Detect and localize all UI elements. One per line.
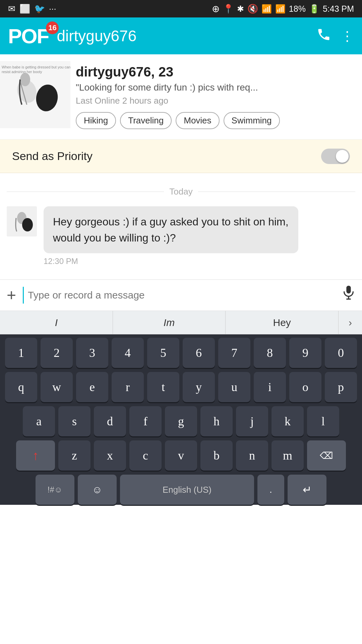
key-e[interactable]: e bbox=[76, 372, 108, 402]
key-m[interactable]: m bbox=[272, 440, 304, 471]
overflow-icon: ··· bbox=[49, 4, 56, 14]
key-0[interactable]: 0 bbox=[325, 338, 357, 368]
message-text: Hey gorgeous :) if a guy asked you to sh… bbox=[53, 216, 289, 244]
autocomplete-hey[interactable]: Hey bbox=[226, 311, 339, 334]
autocomplete-more-button[interactable]: › bbox=[339, 317, 362, 328]
key-a[interactable]: a bbox=[23, 406, 55, 436]
key-2[interactable]: 2 bbox=[41, 338, 73, 368]
add-attachment-button[interactable]: + bbox=[7, 287, 16, 303]
microphone-button[interactable] bbox=[342, 285, 355, 305]
enter-key[interactable]: ↵ bbox=[288, 475, 326, 505]
key-p[interactable]: p bbox=[325, 372, 357, 402]
chat-area: Today Hey gorgeous :) if a guy asked you… bbox=[0, 173, 362, 279]
emoji-key[interactable]: ☺ bbox=[78, 475, 117, 505]
battery-icon: 🔋 bbox=[309, 4, 319, 14]
key-6[interactable]: 6 bbox=[183, 338, 215, 368]
key-u[interactable]: u bbox=[218, 372, 250, 402]
mute-icon: 🔇 bbox=[247, 4, 258, 14]
key-7[interactable]: 7 bbox=[218, 338, 250, 368]
key-4[interactable]: 4 bbox=[112, 338, 144, 368]
message-bubble: Hey gorgeous :) if a guy asked you to sh… bbox=[44, 206, 298, 253]
profile-tags: Hiking Traveling Movies Swimming bbox=[76, 112, 350, 129]
key-s[interactable]: s bbox=[58, 406, 90, 436]
keyboard-row-qwerty: q w e r t y u i o p bbox=[3, 372, 359, 402]
battery-percent: 18% bbox=[289, 4, 306, 14]
key-b[interactable]: b bbox=[200, 440, 233, 471]
key-3[interactable]: 3 bbox=[76, 338, 108, 368]
status-bar: ✉ ⬜ 🐦 ··· ⊕ 📍 ✱ 🔇 📶 📶 18% 🔋 5:43 PM bbox=[0, 0, 362, 17]
key-i[interactable]: i bbox=[254, 372, 286, 402]
key-z[interactable]: z bbox=[58, 440, 90, 471]
header-icons: ⋮ bbox=[316, 27, 354, 45]
twitter-icon: 🐦 bbox=[34, 4, 45, 14]
keyboard-row-bottom: !#☺ ☺ English (US) . ↵ bbox=[3, 475, 359, 505]
svg-text:When babe is getting dressed b: When babe is getting dressed but you can… bbox=[2, 65, 70, 69]
shift-key[interactable]: ↑ bbox=[16, 440, 55, 471]
key-1[interactable]: 1 bbox=[5, 338, 37, 368]
key-n[interactable]: n bbox=[236, 440, 268, 471]
profile-online: Last Online 2 hours ago bbox=[76, 96, 350, 106]
key-l[interactable]: l bbox=[307, 406, 339, 436]
svg-text:resist admiring her booty: resist admiring her booty bbox=[2, 70, 42, 74]
input-bar: + bbox=[0, 279, 362, 311]
app-header: POF 16 dirtyguy676 ⋮ bbox=[0, 17, 362, 54]
header-left: POF 16 dirtyguy676 bbox=[8, 24, 136, 48]
status-right-icons: ⊕ 📍 ✱ 🔇 📶 📶 18% 🔋 5:43 PM bbox=[212, 3, 354, 14]
profile-name: dirtyguy676, 23 bbox=[76, 64, 350, 79]
message-input[interactable] bbox=[23, 287, 335, 304]
key-8[interactable]: 8 bbox=[254, 338, 286, 368]
delete-key[interactable]: ⌫ bbox=[307, 440, 346, 471]
key-k[interactable]: k bbox=[272, 406, 304, 436]
call-button[interactable] bbox=[316, 27, 331, 45]
mail-icon: ✉ bbox=[8, 4, 15, 14]
key-o[interactable]: o bbox=[289, 372, 321, 402]
date-line-left bbox=[7, 192, 164, 192]
priority-bar: Send as Priority bbox=[0, 140, 362, 173]
message-content: Hey gorgeous :) if a guy asked you to sh… bbox=[44, 206, 298, 266]
key-g[interactable]: g bbox=[165, 406, 197, 436]
priority-label: Send as Priority bbox=[12, 150, 93, 163]
profile-bio: "Looking for some dirty fun :) pics with… bbox=[76, 82, 350, 93]
profile-card: When babe is getting dressed but you can… bbox=[0, 54, 362, 140]
keyboard-row-numbers: 1 2 3 4 5 6 7 8 9 0 bbox=[3, 338, 359, 368]
bluetooth-icon: ✱ bbox=[237, 4, 244, 14]
autocomplete-i[interactable]: I bbox=[0, 311, 113, 334]
key-5[interactable]: 5 bbox=[147, 338, 179, 368]
clock: 5:43 PM bbox=[323, 4, 354, 14]
header-username: dirtyguy676 bbox=[57, 27, 136, 45]
keyboard-row-asdf: a s d f g h j k l bbox=[3, 406, 359, 436]
key-f[interactable]: f bbox=[129, 406, 162, 436]
key-q[interactable]: q bbox=[5, 372, 37, 402]
tag-swimming[interactable]: Swimming bbox=[224, 112, 280, 129]
tag-hiking[interactable]: Hiking bbox=[76, 112, 116, 129]
notification-badge: 16 bbox=[46, 21, 59, 34]
key-9[interactable]: 9 bbox=[289, 338, 321, 368]
date-text: Today bbox=[169, 186, 192, 197]
outlook-icon: ⬜ bbox=[19, 4, 30, 14]
key-c[interactable]: c bbox=[129, 440, 162, 471]
tag-movies[interactable]: Movies bbox=[176, 112, 219, 129]
key-d[interactable]: d bbox=[94, 406, 126, 436]
key-x[interactable]: x bbox=[94, 440, 126, 471]
key-w[interactable]: w bbox=[41, 372, 73, 402]
signal-icon: 📶 bbox=[275, 4, 286, 14]
tag-traveling[interactable]: Traveling bbox=[120, 112, 172, 129]
priority-toggle[interactable] bbox=[321, 149, 350, 164]
svg-point-6 bbox=[20, 73, 30, 86]
more-options-button[interactable]: ⋮ bbox=[341, 28, 354, 44]
date-divider: Today bbox=[7, 186, 355, 197]
symbols-key[interactable]: !#☺ bbox=[36, 475, 74, 505]
keyboard: 1 2 3 4 5 6 7 8 9 0 q w e r t y u i o p … bbox=[0, 334, 362, 505]
plus-circle-icon: ⊕ bbox=[212, 3, 220, 14]
key-v[interactable]: v bbox=[165, 440, 197, 471]
key-y[interactable]: y bbox=[183, 372, 215, 402]
status-left-icons: ✉ ⬜ 🐦 ··· bbox=[8, 4, 56, 14]
key-h[interactable]: h bbox=[200, 406, 233, 436]
space-key[interactable]: English (US) bbox=[120, 475, 254, 505]
autocomplete-im[interactable]: Im bbox=[113, 311, 226, 334]
key-j[interactable]: j bbox=[236, 406, 268, 436]
pof-logo-wrap: POF 16 bbox=[8, 24, 49, 48]
period-key[interactable]: . bbox=[257, 475, 284, 505]
key-r[interactable]: r bbox=[112, 372, 144, 402]
key-t[interactable]: t bbox=[147, 372, 179, 402]
